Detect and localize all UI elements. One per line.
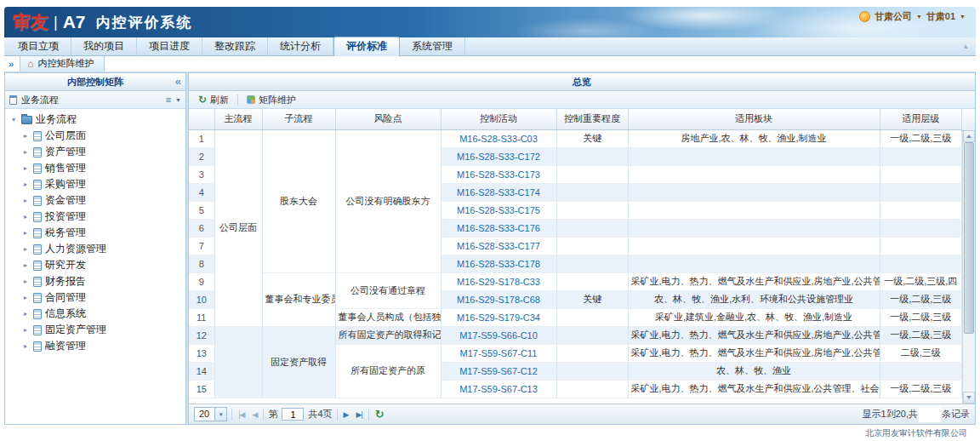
tree-item-label: 资产管理 <box>45 145 86 159</box>
tree-collapsed-icon[interactable]: ▸ <box>21 245 30 253</box>
cell-code[interactable]: M17-S59-S66-C10 <box>441 326 556 344</box>
tree-root-business-process[interactable]: ▾ 业务流程 <box>5 112 185 128</box>
tree-collapsed-icon[interactable]: ▸ <box>21 132 30 140</box>
cell-code[interactable]: M16-S29-S178-C68 <box>441 290 556 308</box>
cell-code[interactable]: M16-S29-S178-C33 <box>441 272 556 290</box>
footer: 北京用友审计软件有限公司 <box>4 427 967 439</box>
collapse-left-icon[interactable]: « <box>175 75 181 88</box>
node-icon <box>33 309 42 319</box>
scroll-up-button[interactable] <box>963 130 975 142</box>
column-header-控制重要程度[interactable]: 控制重要程度 <box>556 109 628 129</box>
caret-down-icon[interactable]: ▼ <box>175 97 181 103</box>
cell-code[interactable]: M16-S28-S33-C176 <box>441 219 556 237</box>
cell-code[interactable]: M17-S59-S67-C12 <box>441 362 556 380</box>
table-row[interactable]: 12固定资产取得所有固定资产的取得和记录发M17-S59-S66-C10采矿业,… <box>189 326 962 344</box>
node-icon <box>33 180 42 190</box>
column-header-子流程[interactable]: 子流程 <box>262 109 335 129</box>
tree-collapsed-icon[interactable]: ▸ <box>21 278 30 285</box>
home-icon[interactable]: ⌂ <box>27 60 33 68</box>
column-header-主流程[interactable]: 主流程 <box>214 109 262 129</box>
column-header-控制活动[interactable]: 控制活动 <box>441 109 556 129</box>
tab-项目立项[interactable]: 项目立项 <box>6 37 71 55</box>
tree-collapsed-icon[interactable]: ▸ <box>21 342 30 350</box>
page-number-input[interactable] <box>282 408 304 421</box>
cell-code[interactable]: M16-S28-S33-C178 <box>441 255 556 272</box>
tree-item-合同管理[interactable]: ▸合同管理 <box>5 289 185 306</box>
tree-item-财务报告[interactable]: ▸财务报告 <box>5 273 185 289</box>
table-row[interactable]: 9董事会和专业委员公司没有通过章程M16-S29-S178-C33采矿业,电力、… <box>189 272 962 290</box>
tree-item-采购管理[interactable]: ▸采购管理 <box>5 176 185 192</box>
vertical-scrollbar[interactable] <box>962 130 975 404</box>
tree-collapsed-icon[interactable]: ▸ <box>21 261 30 269</box>
breadcrumb-tab[interactable]: ⌂ 内控矩阵维护 <box>20 54 105 72</box>
table-row[interactable]: 1公司层面股东大会公司没有明确股东方M16-S28-S33-C03关键房地产业,… <box>189 129 962 147</box>
tree-collapsed-icon[interactable]: ▸ <box>21 180 30 188</box>
column-header-适用板块[interactable]: 适用板块 <box>628 109 880 129</box>
user-box[interactable]: 甘肃公司 ▼ 甘肃01 ▼ <box>859 10 966 23</box>
tree-collapsed-icon[interactable]: ▸ <box>21 148 30 156</box>
cell-code[interactable]: M16-S28-S33-C172 <box>441 147 556 165</box>
tree-item-label: 融资管理 <box>45 339 86 353</box>
tree-collapsed-icon[interactable]: ▸ <box>21 326 30 334</box>
cell-code[interactable]: M16-S28-S33-C173 <box>441 165 556 183</box>
tree-item-资产管理[interactable]: ▸资产管理 <box>5 144 185 160</box>
refresh-button[interactable]: 刷新 <box>193 92 234 108</box>
tree-item-资金管理[interactable]: ▸资金管理 <box>5 192 185 209</box>
sidebar-title: 内部控制矩阵 <box>67 76 123 89</box>
tree-item-投资管理[interactable]: ▸投资管理 <box>5 209 185 225</box>
tree-expanded-icon[interactable]: ▾ <box>9 116 18 123</box>
cell-code[interactable]: M17-S59-S67-C13 <box>441 380 556 398</box>
cell-code[interactable]: M17-S59-S67-C11 <box>441 344 556 362</box>
tree-collapsed-icon[interactable]: ▸ <box>21 310 30 318</box>
select-trigger-icon[interactable]: ▼ <box>214 408 226 421</box>
node-icon <box>33 196 42 206</box>
tree-item-固定资产管理[interactable]: ▸固定资产管理 <box>5 322 185 338</box>
user-company[interactable]: 甘肃公司 <box>875 10 912 23</box>
tree-item-税务管理[interactable]: ▸税务管理 <box>5 225 185 241</box>
prev-page-button[interactable]: ◀ <box>251 410 259 419</box>
expand-right-icon[interactable]: » <box>7 59 15 72</box>
user-name[interactable]: 甘肃01 <box>926 10 955 23</box>
node-icon <box>33 277 42 287</box>
cell-risk: 公司没有通过章程 <box>335 272 441 308</box>
tree-collapsed-icon[interactable]: ▸ <box>21 229 30 237</box>
menu-icon[interactable]: ≡ <box>166 94 171 105</box>
column-header-风险点[interactable]: 风险点 <box>335 109 441 129</box>
scroll-down-button[interactable] <box>963 392 975 404</box>
matrix-maintain-button[interactable]: 矩阵维护 <box>242 92 301 108</box>
cell-code[interactable]: M16-S28-S33-C175 <box>441 201 556 219</box>
next-page-button[interactable]: ▶ <box>342 410 350 419</box>
page-size-select[interactable]: 20 ▼ <box>194 407 227 421</box>
scrollbar-track[interactable] <box>963 142 975 392</box>
tree-collapsed-icon[interactable]: ▸ <box>21 213 30 220</box>
column-header-适用层级[interactable]: 适用层级 <box>880 109 962 129</box>
last-page-button[interactable]: ▶| <box>354 410 363 419</box>
tab-系统管理[interactable]: 系统管理 <box>400 37 465 55</box>
first-page-button[interactable]: |◀ <box>236 410 246 419</box>
tab-统计分析[interactable]: 统计分析 <box>268 37 333 55</box>
tree-item-销售管理[interactable]: ▸销售管理 <box>5 160 185 176</box>
tree-collapsed-icon[interactable]: ▸ <box>21 294 30 301</box>
scrollbar-thumb[interactable] <box>964 142 974 334</box>
cell-level: 一级,二级,三级 <box>880 290 962 308</box>
tree-item-人力资源管理[interactable]: ▸人力资源管理 <box>5 241 185 257</box>
tree-item-公司层面[interactable]: ▸公司层面 <box>5 128 185 144</box>
node-icon <box>33 147 42 158</box>
tree-collapsed-icon[interactable]: ▸ <box>21 164 30 172</box>
cell-code[interactable]: M16-S28-S33-C03 <box>441 129 556 147</box>
tab-评价标准[interactable]: 评价标准 <box>333 37 400 56</box>
collapse-up-icon[interactable]: ▲ <box>962 43 969 50</box>
tab-整改跟踪[interactable]: 整改跟踪 <box>202 37 268 55</box>
tab-我的项目[interactable]: 我的项目 <box>71 37 137 55</box>
tree-item-融资管理[interactable]: ▸融资管理 <box>5 338 185 354</box>
tree-item-研究开发[interactable]: ▸研究开发 <box>5 257 185 273</box>
cell-code[interactable]: M16-S28-S33-C174 <box>441 183 556 201</box>
tab-项目进度[interactable]: 项目进度 <box>137 37 202 55</box>
pager-refresh-button[interactable]: ↻ <box>373 408 386 421</box>
tree-item-信息系统[interactable]: ▸信息系统 <box>5 306 185 322</box>
cell-code[interactable]: M16-S28-S33-C177 <box>441 237 556 255</box>
tree-collapsed-icon[interactable]: ▸ <box>21 197 30 204</box>
main-panel-header: 总览 <box>189 73 975 91</box>
cell-sector: 农、林、牧、渔业 <box>628 362 880 380</box>
cell-code[interactable]: M16-S29-S179-C34 <box>441 308 556 326</box>
